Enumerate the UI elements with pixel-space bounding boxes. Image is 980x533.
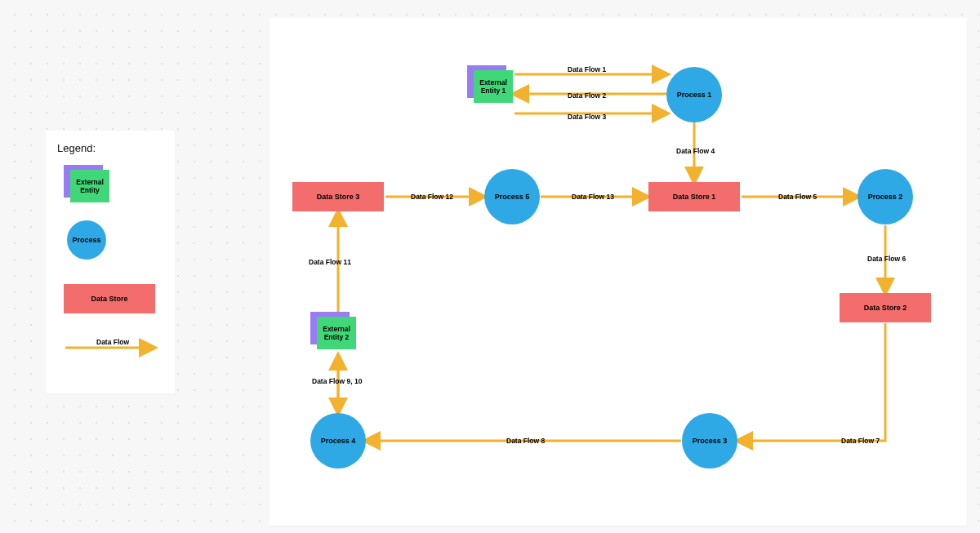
node-process-2[interactable]: Process 2 bbox=[858, 169, 913, 224]
flow-label-1: Data Flow 1 bbox=[568, 65, 606, 73]
legend-data-store-icon: Data Store bbox=[64, 284, 155, 313]
legend-external-entity-label: ExternalEntity bbox=[70, 170, 109, 202]
flow-label-13: Data Flow 13 bbox=[572, 193, 614, 201]
flow-label-11: Data Flow 11 bbox=[309, 258, 351, 266]
flow-label-8: Data Flow 8 bbox=[506, 437, 545, 445]
node-data-store-1[interactable]: Data Store 1 bbox=[648, 182, 740, 211]
diagram-canvas[interactable]: ExternalEntity 1 Process 1 Data Store 3 … bbox=[270, 18, 967, 526]
flow-label-12: Data Flow 12 bbox=[411, 193, 453, 201]
node-external-entity-1-label: ExternalEntity 1 bbox=[474, 70, 513, 103]
node-data-store-2[interactable]: Data Store 2 bbox=[840, 293, 931, 322]
node-external-entity-2[interactable]: ExternalEntity 2 bbox=[310, 312, 356, 349]
node-process-4-label: Process 4 bbox=[321, 437, 356, 445]
flow-label-4: Data Flow 4 bbox=[676, 147, 715, 155]
node-data-store-3-label: Data Store 3 bbox=[317, 193, 360, 201]
node-process-2-label: Process 2 bbox=[868, 193, 903, 201]
legend-process-label: Process bbox=[72, 236, 100, 244]
flow-label-7: Data Flow 7 bbox=[841, 437, 880, 445]
node-external-entity-2-label: ExternalEntity 2 bbox=[317, 317, 356, 349]
node-process-3-label: Process 3 bbox=[693, 437, 728, 445]
node-data-store-1-label: Data Store 1 bbox=[673, 193, 716, 201]
flow-label-3: Data Flow 3 bbox=[568, 113, 606, 121]
node-data-store-2-label: Data Store 2 bbox=[864, 304, 907, 312]
flow-label-5: Data Flow 5 bbox=[778, 193, 817, 201]
node-external-entity-1[interactable]: ExternalEntity 1 bbox=[467, 65, 513, 103]
node-process-5[interactable]: Process 5 bbox=[484, 169, 540, 224]
legend-external-entity-icon: ExternalEntity bbox=[64, 165, 109, 202]
node-process-3[interactable]: Process 3 bbox=[682, 413, 737, 469]
flow-label-2: Data Flow 2 bbox=[568, 91, 606, 100]
node-process-5-label: Process 5 bbox=[495, 193, 530, 201]
legend-title: Legend: bbox=[57, 142, 96, 154]
flow-label-9-10: Data Flow 9, 10 bbox=[312, 377, 362, 385]
legend-process-icon: Process bbox=[67, 220, 106, 260]
legend-data-flow-label: Data Flow bbox=[96, 338, 129, 346]
node-data-store-3[interactable]: Data Store 3 bbox=[292, 182, 384, 211]
legend-panel: Legend: ExternalEntity Process Data Stor… bbox=[46, 131, 175, 393]
node-process-4[interactable]: Process 4 bbox=[310, 413, 366, 469]
legend-data-store-label: Data Store bbox=[91, 295, 127, 303]
node-process-1-label: Process 1 bbox=[677, 91, 712, 99]
flow-label-6: Data Flow 6 bbox=[867, 255, 906, 263]
flow-arrows bbox=[270, 18, 967, 526]
node-process-1[interactable]: Process 1 bbox=[666, 67, 722, 122]
